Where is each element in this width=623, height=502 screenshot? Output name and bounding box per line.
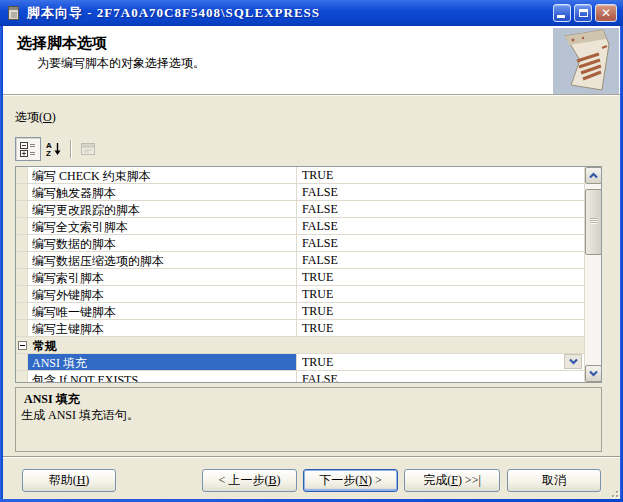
minimize-button[interactable] [553,4,571,22]
property-value: TRUE [296,303,584,319]
property-pages-icon [80,141,96,157]
property-value: FALSE [296,201,584,217]
description-text: 生成 ANSI 填充语句。 [21,407,139,424]
resize-grip[interactable] [606,485,618,497]
grid-row[interactable]: 编写数据压缩选项的脚本 FALSE [16,252,584,269]
scroll-paper-illustration [553,28,619,94]
row-margin [16,320,28,336]
property-value: FALSE [296,371,584,382]
script-wizard-dialog: 脚本向导 - 2F7A0A70C8F5408\SQLEXPRESS ✕ 选择脚本… [0,0,623,502]
scroll-up-button[interactable] [585,167,602,184]
row-margin [16,184,28,200]
alphabetical-sort-icon: A Z [46,141,62,157]
options-label: 选项(O) [15,109,56,126]
back-button[interactable]: < 上一步(B) [202,469,297,492]
grid-rows: 编写 CHECK 约束脚本 TRUE 编写触发器脚本 FALSE 编写更改跟踪的… [16,167,584,382]
caption-buttons: ✕ [553,4,617,22]
row-margin [16,269,28,285]
scrollbar-thumb[interactable] [585,189,602,255]
script-options-grid: 编写 CHECK 约束脚本 TRUE 编写触发器脚本 FALSE 编写更改跟踪的… [15,166,602,383]
row-margin [16,354,28,370]
cancel-button[interactable]: 取消 [507,469,601,492]
row-margin [16,235,28,251]
grid-row[interactable]: 编写主键脚本 TRUE [16,320,584,337]
toolbar-separator [70,140,71,158]
row-margin [16,218,28,234]
property-value: TRUE [296,269,584,285]
next-button[interactable]: 下一步(N) > [303,469,398,492]
collapse-icon[interactable] [18,341,27,350]
wizard-form-icon [5,5,21,21]
property-name: ANSI 填充 [28,354,296,370]
property-name: 编写唯一键脚本 [28,303,296,319]
property-name: 编写主键脚本 [28,320,296,336]
category-row[interactable]: 常规 [16,337,584,354]
maximize-icon [579,9,588,17]
titlebar: 脚本向导 - 2F7A0A70C8F5408\SQLEXPRESS ✕ [0,0,623,26]
grid-row[interactable]: 编写数据的脚本 FALSE [16,235,584,252]
categorized-icon [20,141,36,157]
value-dropdown-button[interactable] [564,354,582,369]
separator-line [3,456,620,458]
grid-row[interactable]: 包含 If NOT EXISTS FALSE [16,371,584,382]
property-name: 编写外键脚本 [28,286,296,302]
chevron-down-icon [569,358,578,365]
wizard-header: 选择脚本选项 为要编写脚本的对象选择选项。 [3,26,620,95]
scrollbar-grip-icon [590,218,597,224]
property-name: 编写更改跟踪的脚本 [28,201,296,217]
property-name: 编写全文索引脚本 [28,218,296,234]
window-title: 脚本向导 - 2F7A0A70C8F5408\SQLEXPRESS [27,4,320,22]
property-value[interactable]: TRUE [296,354,584,370]
close-button[interactable]: ✕ [595,4,617,22]
property-name: 编写 CHECK 约束脚本 [28,167,296,183]
grid-row[interactable]: 编写触发器脚本 FALSE [16,184,584,201]
property-value: TRUE [296,286,584,302]
property-name: 编写触发器脚本 [28,184,296,200]
description-title: ANSI 填充 [24,391,80,408]
property-name: 编写索引脚本 [28,269,296,285]
grid-row[interactable]: 编写 CHECK 约束脚本 TRUE [16,167,584,184]
property-value: FALSE [296,184,584,200]
chevron-down-icon [589,370,598,377]
minimize-icon [557,15,565,18]
property-value: FALSE [296,235,584,251]
property-value: TRUE [296,320,584,336]
row-margin [16,303,28,319]
window-border-left [0,26,3,502]
scroll-down-button[interactable] [585,365,602,382]
alphabetical-sort-button[interactable]: A Z [41,137,67,161]
chevron-up-icon [589,172,598,179]
finish-button[interactable]: 完成(F) >>| [404,469,500,492]
row-margin [16,252,28,268]
grid-row[interactable]: 编写索引脚本 TRUE [16,269,584,286]
property-value: TRUE [296,167,584,183]
grid-row[interactable]: 编写更改跟踪的脚本 FALSE [16,201,584,218]
categorized-button[interactable] [15,137,41,161]
row-margin [16,286,28,302]
vertical-scrollbar[interactable] [584,167,601,382]
page-subtitle: 为要编写脚本的对象选择选项。 [37,55,205,72]
page-title: 选择脚本选项 [17,34,107,53]
row-margin [16,167,28,183]
grid-row[interactable]: 编写全文索引脚本 FALSE [16,218,584,235]
category-name: 常规 [27,337,57,353]
maximize-button[interactable] [574,4,592,22]
close-icon: ✕ [601,7,611,19]
property-value: FALSE [296,252,584,268]
property-name: 编写数据压缩选项的脚本 [28,252,296,268]
help-button[interactable]: 帮助(H) [22,469,116,492]
property-name: 编写数据的脚本 [28,235,296,251]
property-grid-toolbar: A Z [15,136,101,162]
grid-row-selected[interactable]: ANSI 填充 TRUE [16,354,584,371]
property-name: 包含 If NOT EXISTS [28,371,296,382]
svg-text:Z: Z [46,149,51,157]
property-value: FALSE [296,218,584,234]
grid-row[interactable]: 编写外键脚本 TRUE [16,286,584,303]
row-margin [16,371,28,382]
property-pages-button [75,137,101,161]
grid-row[interactable]: 编写唯一键脚本 TRUE [16,303,584,320]
row-margin [16,201,28,217]
property-description-panel: ANSI 填充 生成 ANSI 填充语句。 [15,387,602,452]
